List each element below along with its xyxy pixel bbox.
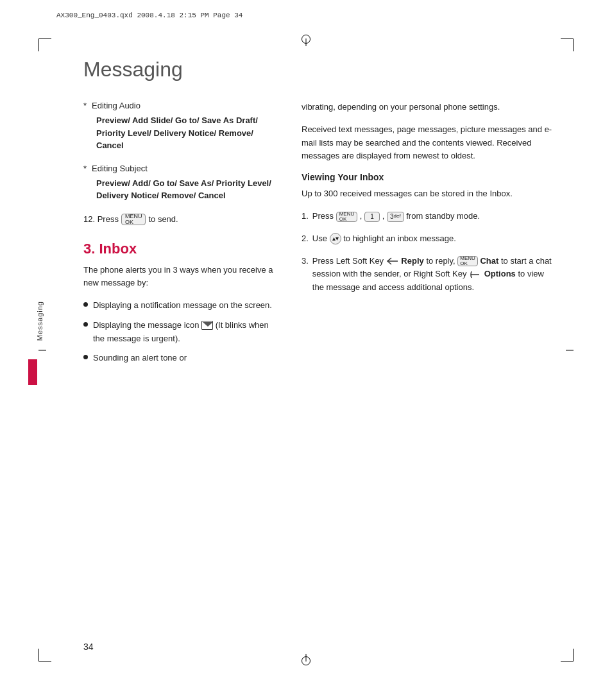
list-item-notification: Displaying a notification message on the… (83, 299, 282, 312)
step-2-content: Use ▴▾ to highlight an inbox message. (312, 232, 456, 246)
list-item-sound-text: Sounding an alert tone or (93, 352, 187, 365)
list-item-sound: Sounding an alert tone or (83, 352, 282, 365)
step-1-num: 1. (302, 210, 309, 223)
press-send-text: 12. Press (83, 214, 119, 224)
editing-subject-section: * Editing Subject Preview/ Add/ Go to/ S… (83, 164, 282, 202)
editing-subject-bold: Preview/ Add/ Go to/ Save As/ Priority L… (96, 177, 282, 202)
step-2: 2. Use ▴▾ to highlight an inbox message. (302, 232, 556, 246)
step-3-content: Press Left Soft Key Reply to reply, MENU… (312, 255, 556, 295)
inbox-capacity-text: Up to 300 received messages can be store… (302, 187, 556, 201)
inbox-heading: 3. Inbox (83, 241, 282, 257)
editing-subject-item: * Editing Subject (83, 164, 282, 173)
vibrate-text: vibrating, depending on your personal ph… (302, 101, 556, 114)
ok-key-send: MENUOK (121, 214, 146, 225)
options-arrow-icon (469, 270, 482, 279)
center-circle-bottom (302, 656, 310, 665)
bullet-dot-3 (83, 355, 88, 359)
key-3def: 3def (387, 212, 404, 222)
star-icon: * (83, 101, 87, 110)
bullet-dot-2 (83, 322, 88, 327)
options-label: Options (484, 269, 516, 278)
corner-mark-tl (38, 38, 51, 51)
step-3: 3. Press Left Soft Key Reply to reply, M… (302, 255, 556, 295)
star-icon-2: * (83, 164, 87, 173)
page-number: 34 (83, 642, 94, 652)
reply-arrow-icon (386, 257, 399, 266)
step-3-num: 3. (302, 255, 309, 295)
alert-bullet-list: Displaying a notification message on the… (83, 299, 282, 365)
sidebar-label-text: Messaging (36, 301, 44, 341)
main-content: Messaging * Editing Audio Preview/ Add S… (83, 58, 556, 642)
page-title: Messaging (83, 58, 556, 81)
reply-label: Reply (401, 256, 423, 266)
chat-label: Chat (480, 256, 498, 266)
editing-audio-bold: Preview/ Add Slide/ Go to/ Save As Draft… (96, 114, 282, 152)
press-send-line: 12. Press MENUOK to send. (83, 214, 282, 225)
press-send-suffix: to send. (148, 214, 178, 224)
list-item-message-icon: Displaying the message icon (It blinks w… (83, 319, 282, 346)
editing-audio-label: Editing Audio (92, 101, 140, 110)
editing-subject-label: Editing Subject (92, 164, 148, 173)
sidebar-label: Messaging (33, 269, 46, 372)
corner-mark-br (561, 649, 574, 662)
step-2-num: 2. (302, 232, 309, 246)
viewing-inbox-heading: Viewing Your Inbox (302, 172, 556, 182)
envelope-icon (201, 321, 213, 330)
step-1: 1. Press MENUOK , 1 , 3def from standby … (302, 210, 556, 223)
header-text: AX300_Eng_0403.qxd 2008.4.18 2:15 PM Pag… (56, 12, 242, 19)
menu-key-chat: MENUOK (457, 256, 478, 266)
center-circle-top (302, 35, 310, 44)
header: AX300_Eng_0403.qxd 2008.4.18 2:15 PM Pag… (56, 12, 556, 19)
list-item-notification-text: Displaying a notification message on the… (93, 299, 272, 312)
menu-key-1: MENUOK (336, 212, 358, 222)
nav-arrow-icon: ▴▾ (330, 233, 341, 244)
editing-audio-item: * Editing Audio (83, 101, 282, 110)
received-text: Received text messages, page messages, p… (302, 123, 556, 163)
list-item-message-icon-text: Displaying the message icon (It blinks w… (93, 319, 282, 346)
right-column: vibrating, depending on your personal ph… (302, 101, 556, 371)
corner-mark-tr (561, 38, 574, 51)
sidebar-bar (28, 359, 37, 385)
corner-mark-bl (38, 649, 51, 662)
inbox-intro: The phone alerts you in 3 ways when you … (83, 264, 282, 291)
bullet-dot-1 (83, 302, 88, 307)
two-column-layout: * Editing Audio Preview/ Add Slide/ Go t… (83, 101, 556, 371)
key-1: 1 (364, 212, 380, 222)
editing-audio-section: * Editing Audio Preview/ Add Slide/ Go t… (83, 101, 282, 152)
center-mark-right (566, 350, 574, 350)
left-column: * Editing Audio Preview/ Add Slide/ Go t… (83, 101, 282, 371)
step-1-content: Press MENUOK , 1 , 3def from standby mod… (312, 210, 480, 223)
